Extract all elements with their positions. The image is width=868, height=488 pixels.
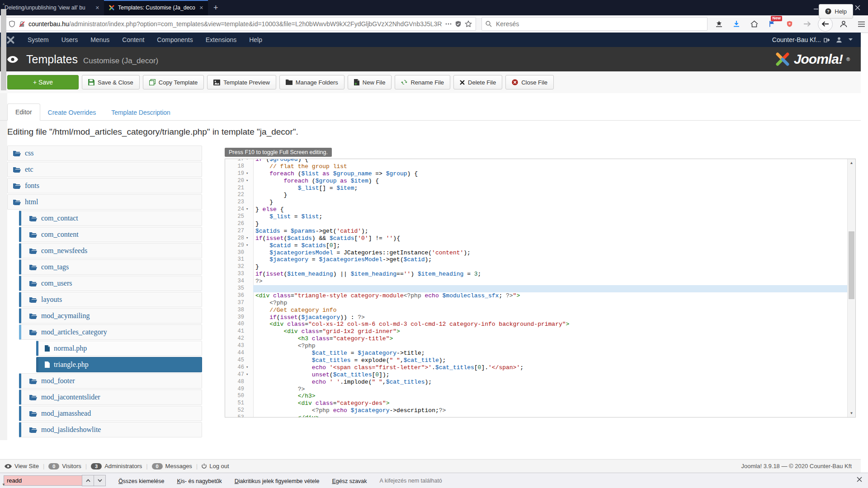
fold-arrow-icon[interactable]: ▾ [246,235,253,242]
code-line-21[interactable]: 21 $_list[] = $item; [225,185,848,192]
fold-arrow-icon[interactable]: ▾ [246,159,253,163]
code-line-27[interactable]: 27$catids = $params->get('catid'); [225,228,848,235]
scroll-down-icon[interactable]: ▼ [848,409,855,417]
code-line-26[interactable]: 26} [225,221,848,228]
page-scroll-down-icon[interactable]: ▼ [0,481,7,488]
administrators-link[interactable]: 3 Administrators [91,463,142,469]
code-line-49[interactable]: 49 ?> [225,386,848,393]
delete-file-button[interactable]: Delete File [453,75,502,89]
tree-item-com_newsfeeds[interactable]: com_newsfeeds [19,243,202,258]
find-next-icon[interactable] [94,475,106,486]
antivirus-shield-icon[interactable] [783,17,796,31]
tree-item-normal-php[interactable]: normal.php [36,341,202,356]
menu-item-users[interactable]: Users [55,36,85,43]
logout-link[interactable]: Log out [202,463,229,469]
find-option-0[interactable]: Összes kiemelése [118,478,164,484]
code-line-41[interactable]: 41 <div class="grid-1x2 grid-inner"> [225,328,848,335]
rename-file-button[interactable]: Rename File [395,75,450,89]
manage-folders-button[interactable]: Manage Folders [279,75,344,89]
code-line-48[interactable]: 48 echo ' '.implode(" ",$cat_titles); [225,379,848,386]
find-option-3[interactable]: Egész szavak [332,478,367,484]
tree-item-mod_jaslideshowlite[interactable]: mod_jaslideshowlite [19,422,202,437]
save-button[interactable]: + Save [7,75,79,89]
menu-item-system[interactable]: System [21,36,55,43]
code-line-17[interactable]: 17▾if ($grouped) { [225,159,848,163]
code-line-39[interactable]: 39 if(isset($jacategory)) : ?> [225,314,848,321]
tree-item-triangle-php[interactable]: triangle.php [36,357,202,372]
site-name-link[interactable]: Counter-Bau Kf... [772,36,830,43]
code-line-46[interactable]: 46▾ echo '<span class="first-letter">'.$… [225,364,848,371]
code-line-30[interactable]: 30 $jacategoriesModel = JCategories::get… [225,249,848,257]
code-line-28[interactable]: 28▾if(isset($catids) && $catids['0'] != … [225,235,848,242]
home-icon[interactable] [747,17,761,31]
code-line-37[interactable]: 37 <?php [225,300,848,307]
code-line-24[interactable]: 24▾} else { [225,206,848,213]
extension-flag-icon[interactable]: New [765,17,778,31]
menu-item-content[interactable]: Content [116,36,151,43]
template-preview-button[interactable]: Template Preview [207,75,276,89]
editor-scrollbar-thumb[interactable] [849,231,854,299]
find-previous-icon[interactable] [82,475,94,486]
page-scrollbar[interactable]: ▲ ▼ [0,0,7,440]
view-site-link[interactable]: View Site [5,463,39,469]
code-line-23[interactable]: 23 } [225,199,848,206]
user-menu-icon[interactable] [836,37,842,43]
browser-tab-inactive[interactable]: Deleting/unpublishing 'view all' bu ✕ [0,0,104,15]
tree-item-mod_jamasshead[interactable]: mod_jamasshead [19,406,202,421]
code-line-51[interactable]: 51 <div class="category-des"> [225,400,848,407]
fold-arrow-icon[interactable]: ▾ [246,242,253,249]
code-line-19[interactable]: 19▾ foreach ($list as $group_name => $gr… [225,170,848,178]
close-file-button[interactable]: Close File [505,75,554,89]
find-option-1[interactable]: Kis- és nagybetűk [177,478,222,484]
menu-item-help[interactable]: Help [243,36,269,43]
code-line-18[interactable]: 18 // flat the group list [225,163,848,170]
account-icon[interactable] [837,17,850,31]
code-line-31[interactable]: 31 $jacategory = $jacategoriesModel->get… [225,256,848,263]
code-line-32[interactable]: 32} [225,263,848,271]
find-option-2[interactable]: Diakritikus jelek figyelembe vétele [235,478,320,484]
tree-item-mod_acymailing[interactable]: mod_acymailing [19,308,202,324]
menu-item-extensions[interactable]: Extensions [199,36,243,43]
tree-item-com_contact[interactable]: com_contact [19,211,202,226]
editor-scrollbar[interactable]: ▲ ▼ [847,159,855,417]
code-line-25[interactable]: 25 $_list = $list; [225,213,848,221]
shield-check-icon[interactable] [455,20,462,28]
bookmark-star-icon[interactable] [465,20,472,28]
code-line-38[interactable]: 38 //Get category info [225,307,848,314]
code-line-50[interactable]: 50 </h3> [225,393,848,400]
fold-arrow-icon[interactable]: ▾ [246,170,253,178]
tab-close-icon[interactable]: ✕ [95,5,99,11]
messages-link[interactable]: 0 Messages [152,463,192,469]
fold-arrow-icon[interactable]: ▾ [246,178,253,185]
tree-item-mod_footer[interactable]: mod_footer [19,373,202,389]
scroll-up-icon[interactable]: ▲ [848,159,855,167]
fold-arrow-icon[interactable]: ▾ [246,364,253,371]
code-line-34[interactable]: 34?> [225,278,848,285]
tab-template-description[interactable]: Template Description [104,104,178,121]
page-scrollbar-thumb[interactable] [1,9,6,90]
code-line-33[interactable]: 33if(isset($item_heading) || $item_headi… [225,271,848,278]
code-line-44[interactable]: 44 $cat_title = $jacategory->title; [225,350,848,357]
code-line-36[interactable]: 36<div class="triangle-style category-mo… [225,292,848,300]
tab-editor[interactable]: Editor [7,103,40,121]
tree-item-layouts[interactable]: layouts [19,292,202,307]
tree-item-html[interactable]: html [7,194,202,210]
tree-item-com_content[interactable]: com_content [19,227,202,242]
code-line-35[interactable]: 35 [225,285,848,292]
chevron-down-icon[interactable] [849,38,853,41]
visitors-link[interactable]: 0 Visitors [48,463,81,469]
code-line-53[interactable]: 53 </div> [225,414,848,418]
tab-create-overrides[interactable]: Create Overrides [40,104,104,121]
help-button[interactable]: ? Help [819,4,853,19]
tree-item-mod_jacontentslider[interactable]: mod_jacontentslider [19,389,202,405]
code-line-40[interactable]: 40 <div class="col-xs-12 col-sm-6 col-md… [225,321,848,328]
url-bar[interactable]: counterbau.hu/administrator/index.php?op… [5,17,476,31]
tree-item-com_users[interactable]: com_users [19,276,202,291]
fold-arrow-icon[interactable]: ▾ [246,206,253,213]
tree-item-etc[interactable]: etc [7,162,202,177]
find-input[interactable] [4,475,82,486]
menu-hamburger-icon[interactable] [854,17,868,31]
code-line-52[interactable]: 52 <?php echo $jacategory->description;?… [225,407,848,414]
page-scroll-up-icon[interactable]: ▲ [0,0,7,7]
search-bar[interactable] [481,17,708,31]
